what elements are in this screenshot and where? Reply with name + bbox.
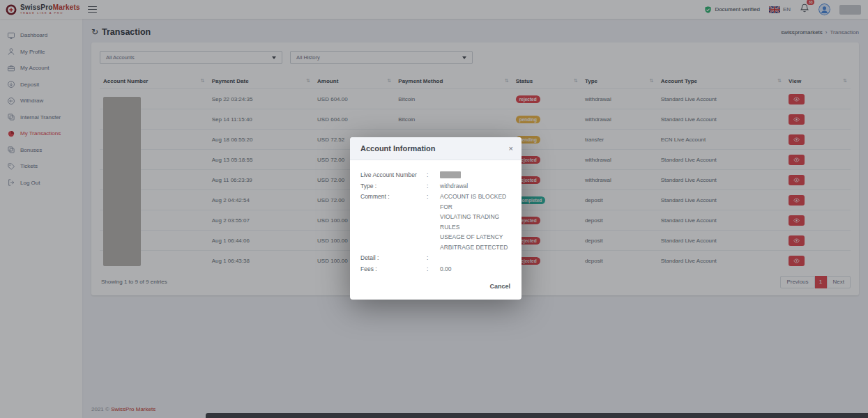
modal-field-row: Fees ::0.00: [360, 264, 511, 274]
field-label: Live Account Number: [360, 170, 427, 180]
field-label: Fees :: [360, 264, 427, 274]
field-colon: :: [427, 253, 440, 263]
app-window: SwissProMarkets TRADE LIKE A PRO Documen…: [0, 0, 868, 418]
modal-field-row: Comment ::ACCOUNT IS BLOCKED FOR VIOLATI…: [360, 192, 511, 252]
field-label: Comment :: [360, 192, 427, 252]
field-value: [440, 170, 511, 180]
modal-field-row: Type ::withdrawal: [360, 181, 511, 192]
field-value: 0.00: [440, 264, 511, 274]
modal-footer: Cancel: [350, 277, 521, 300]
field-colon: :: [427, 181, 440, 192]
account-number-redacted: [440, 171, 461, 178]
close-icon[interactable]: ×: [509, 145, 513, 153]
field-colon: :: [427, 170, 440, 180]
cancel-button[interactable]: Cancel: [489, 283, 510, 290]
field-value: withdrawal: [440, 181, 511, 192]
modal-field-row: Detail ::: [360, 253, 511, 263]
modal-field-row: Live Account Number:: [360, 170, 511, 180]
modal-title: Account Information: [360, 144, 436, 153]
modal-header: Account Information ×: [350, 137, 521, 160]
account-information-modal: Account Information × Live Account Numbe…: [350, 137, 521, 300]
field-colon: :: [427, 192, 440, 252]
field-colon: :: [427, 264, 440, 274]
field-label: Detail :: [360, 253, 427, 263]
modal-body: Live Account Number:Type ::withdrawalCom…: [350, 160, 521, 277]
field-label: Type :: [360, 181, 427, 192]
field-value: ACCOUNT IS BLOCKED FOR VIOLATING TRADING…: [440, 192, 511, 252]
field-value: [440, 253, 511, 263]
